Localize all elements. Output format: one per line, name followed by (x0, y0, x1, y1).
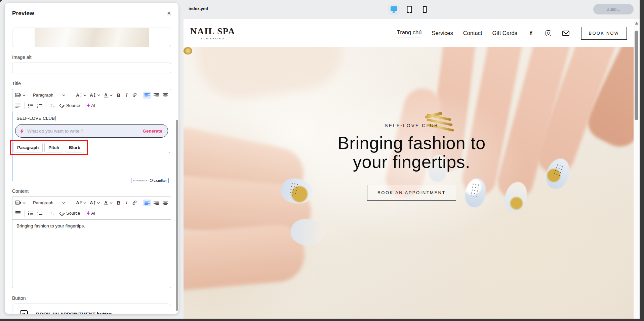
desktop-icon (390, 6, 398, 13)
chevron-down-icon (23, 94, 26, 96)
font-family-button[interactable]: A (75, 92, 88, 99)
svg-text:T: T (50, 103, 53, 108)
content-editor: Paragraph A A A (12, 197, 171, 288)
content-edit-area[interactable]: Bringing fashion to your fingertips. (12, 219, 171, 288)
svg-text:2: 2 (37, 213, 38, 216)
chevron-down-icon (83, 202, 86, 204)
remove-format-button[interactable]: T (48, 210, 57, 217)
phone-view-button[interactable] (419, 4, 431, 15)
ai-prompt-input[interactable] (27, 129, 139, 134)
logo-subtitle: ELMSFORD (201, 37, 225, 40)
italic-button[interactable]: I (123, 92, 130, 99)
bold-button[interactable]: B (115, 200, 123, 206)
generate-button[interactable]: Generate (143, 129, 162, 134)
numbered-list-button[interactable]: 12 (36, 102, 44, 109)
numbered-list-button[interactable]: 12 (36, 210, 44, 217)
book-now-button[interactable]: BOOK NOW (581, 27, 627, 40)
ai-suggestions-highlight: Paragraph Pitch Blurb (10, 140, 88, 155)
chevron-down-icon (110, 202, 113, 204)
hero-section: SELF-LOVE CLUB Bringing fashion to your … (184, 47, 640, 319)
align-center-button[interactable] (161, 200, 169, 206)
suggestion-paragraph-button[interactable]: Paragraph (13, 143, 43, 152)
ai-button[interactable]: AI (85, 102, 96, 109)
align-right-button[interactable] (152, 200, 160, 206)
svg-text:A: A (90, 93, 93, 98)
align-right-button[interactable] (152, 92, 160, 99)
chevron-down-icon (62, 202, 65, 204)
button-item[interactable]: B BOOK AN APPOINTMENT button (12, 304, 171, 314)
build-button[interactable]: Build... (593, 4, 634, 14)
scroll-up-arrow-icon[interactable] (635, 22, 638, 25)
chevron-down-icon (83, 94, 86, 96)
paragraph-style-dropdown[interactable]: Paragraph (31, 199, 71, 206)
chevron-down-icon (23, 202, 26, 204)
italic-button[interactable]: I (123, 199, 130, 206)
preview-panel: Preview ✕ Image alt Title (5, 3, 178, 314)
font-size-button[interactable]: A (88, 92, 102, 99)
tablet-icon (406, 5, 413, 13)
align-left-button[interactable] (143, 200, 151, 206)
email-icon[interactable] (562, 31, 570, 36)
title-label: Title (12, 81, 171, 86)
nav-giftcards-link[interactable]: Gift Cards (492, 30, 517, 36)
font-family-button[interactable]: A (75, 199, 88, 206)
ckeditor-logo-icon (150, 179, 153, 182)
svg-text:T: T (50, 211, 53, 215)
site-logo[interactable]: NAIL SPA ELMSFORD (190, 26, 235, 40)
filename-label: index.yml (189, 6, 208, 11)
bulleted-list-button[interactable] (27, 102, 35, 109)
tablet-view-button[interactable] (404, 4, 415, 15)
font-size-button[interactable]: A (88, 199, 102, 206)
panel-title: Preview (12, 10, 34, 17)
nav-home-link[interactable]: Trang chủ (397, 29, 422, 37)
align-justify-button[interactable] (14, 102, 22, 109)
bulleted-list-button[interactable] (27, 210, 35, 217)
insert-image-button[interactable] (14, 199, 27, 207)
font-color-button[interactable]: A (102, 199, 114, 207)
title-editor: Paragraph A A A (12, 89, 171, 181)
font-color-button[interactable]: A (102, 92, 114, 99)
nav-contact-link[interactable]: Contact (463, 30, 482, 36)
image-thumbnail (35, 28, 149, 47)
ckeditor-badge: POWERED BY CKEditor (131, 178, 169, 183)
link-button[interactable] (130, 91, 139, 99)
insert-image-button[interactable] (14, 91, 27, 99)
bold-button[interactable]: B (115, 92, 123, 99)
suggestion-pitch-button[interactable]: Pitch (44, 143, 63, 152)
editor-resize-handle[interactable] (167, 150, 170, 153)
site-nav: Trang chủ Services Contact Gift Cards f … (397, 27, 627, 40)
image-preview-card[interactable] (12, 28, 171, 47)
align-left-button[interactable] (143, 92, 151, 99)
hero-heading: Bringing fashion to your fingertips. (333, 134, 491, 171)
link-button[interactable] (130, 199, 139, 207)
svg-text:A: A (105, 93, 107, 97)
site-scrollbar[interactable] (634, 19, 640, 319)
instagram-icon[interactable] (545, 30, 552, 36)
close-icon[interactable]: ✕ (167, 11, 171, 16)
source-button[interactable]: Source (57, 210, 81, 217)
scrollbar-thumb[interactable] (635, 31, 638, 120)
svg-text:1: 1 (37, 103, 38, 106)
title-edit-area[interactable]: SELF-LOVE CLUB Generate Paragraph Pitch … (12, 112, 171, 181)
svg-text:A: A (105, 200, 107, 204)
suggestion-blurb-button[interactable]: Blurb (65, 143, 84, 152)
facebook-icon[interactable]: f (527, 30, 535, 37)
svg-text:A: A (76, 93, 79, 98)
text-cursor (55, 116, 55, 120)
source-button[interactable]: Source (57, 102, 81, 109)
align-center-button[interactable] (161, 92, 169, 99)
content-text: Bringing fashion to your fingertips. (12, 220, 171, 228)
align-justify-button[interactable] (14, 210, 22, 217)
button-icon: B (20, 310, 28, 314)
image-alt-input[interactable] (12, 63, 171, 73)
paragraph-style-dropdown[interactable]: Paragraph (31, 92, 71, 99)
panel-scrollbar[interactable] (176, 120, 178, 311)
title-text: SELF-LOVE CLUB (12, 112, 171, 121)
site-header: NAIL SPA ELMSFORD Trang chủ Services Con… (184, 19, 640, 47)
desktop-view-button[interactable] (388, 4, 400, 15)
remove-format-button[interactable]: T (48, 102, 57, 109)
ai-button[interactable]: AI (85, 210, 96, 217)
nav-services-link[interactable]: Services (432, 30, 453, 36)
book-appointment-button[interactable]: BOOK AN APPOINTMENT (367, 185, 456, 201)
chevron-down-icon (110, 94, 113, 96)
